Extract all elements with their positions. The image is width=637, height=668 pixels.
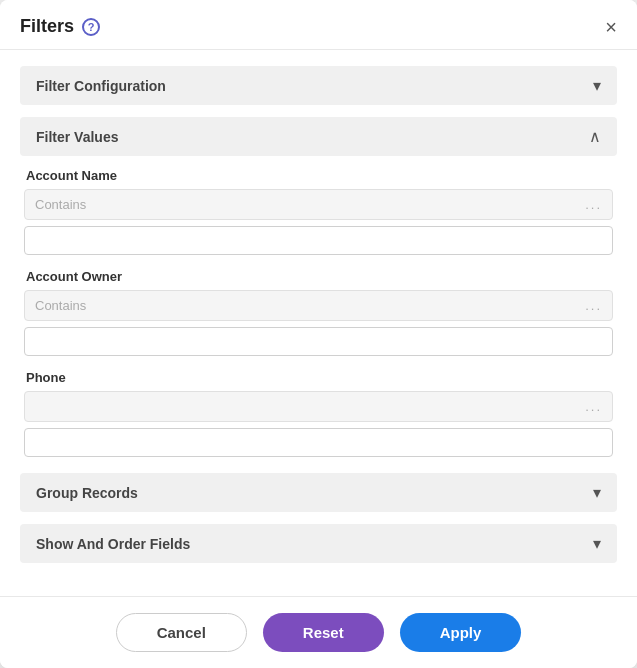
account-name-select-placeholder: Contains (35, 197, 86, 212)
filters-modal: Filters ? × Filter Configuration ▾ Filte… (0, 0, 637, 668)
apply-button[interactable]: Apply (400, 613, 522, 652)
filter-configuration-label: Filter Configuration (36, 78, 166, 94)
filter-values-section: Filter Values ∧ Account Name Contains ..… (20, 117, 617, 461)
modal-body: Filter Configuration ▾ Filter Values ∧ A… (0, 50, 637, 596)
show-order-fields-label: Show And Order Fields (36, 536, 190, 552)
filter-configuration-header[interactable]: Filter Configuration ▾ (20, 66, 617, 105)
close-icon[interactable]: × (605, 17, 617, 37)
modal-header: Filters ? × (0, 0, 637, 50)
group-records-label: Group Records (36, 485, 138, 501)
phone-select[interactable]: ... (24, 391, 613, 422)
reset-button[interactable]: Reset (263, 613, 384, 652)
filter-configuration-chevron: ▾ (593, 76, 601, 95)
account-owner-select[interactable]: Contains ... (24, 290, 613, 321)
group-records-section: Group Records ▾ (20, 473, 617, 512)
phone-input[interactable] (24, 428, 613, 457)
show-order-fields-chevron: ▾ (593, 534, 601, 553)
filter-values-header[interactable]: Filter Values ∧ (20, 117, 617, 156)
account-owner-field-group: Account Owner Contains ... (24, 269, 613, 356)
phone-select-dots: ... (585, 399, 602, 414)
filter-values-chevron: ∧ (589, 127, 601, 146)
phone-field-group: Phone ... (24, 370, 613, 457)
account-name-field-group: Account Name Contains ... (24, 168, 613, 255)
cancel-button[interactable]: Cancel (116, 613, 247, 652)
account-name-select[interactable]: Contains ... (24, 189, 613, 220)
help-icon[interactable]: ? (82, 18, 100, 36)
account-owner-input[interactable] (24, 327, 613, 356)
filter-values-label: Filter Values (36, 129, 118, 145)
modal-footer: Cancel Reset Apply (0, 596, 637, 668)
phone-label: Phone (24, 370, 613, 385)
filter-configuration-section: Filter Configuration ▾ (20, 66, 617, 105)
modal-title: Filters (20, 16, 74, 37)
account-owner-label: Account Owner (24, 269, 613, 284)
account-name-select-dots: ... (585, 197, 602, 212)
account-name-label: Account Name (24, 168, 613, 183)
group-records-chevron: ▾ (593, 483, 601, 502)
group-records-header[interactable]: Group Records ▾ (20, 473, 617, 512)
filter-values-content: Account Name Contains ... Account Owner … (20, 156, 617, 461)
show-order-fields-header[interactable]: Show And Order Fields ▾ (20, 524, 617, 563)
show-order-fields-section: Show And Order Fields ▾ (20, 524, 617, 563)
account-owner-select-placeholder: Contains (35, 298, 86, 313)
header-left: Filters ? (20, 16, 100, 37)
account-name-input[interactable] (24, 226, 613, 255)
account-owner-select-dots: ... (585, 298, 602, 313)
